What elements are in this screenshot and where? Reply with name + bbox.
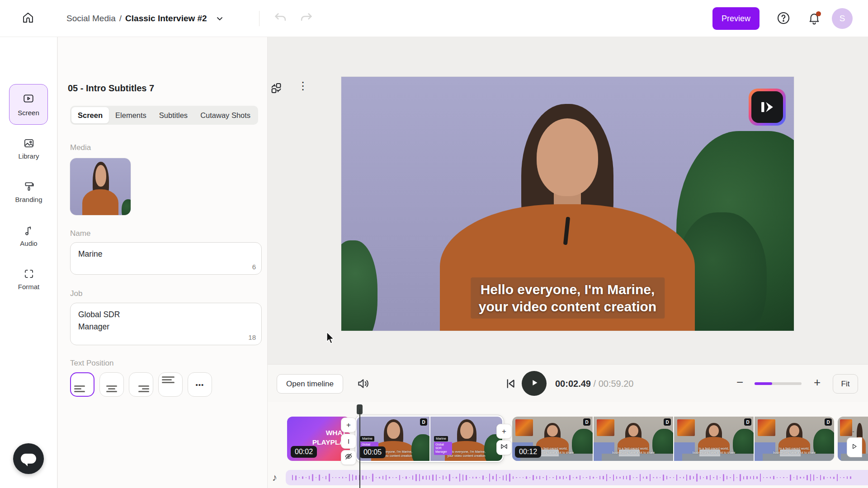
playhead-handle[interactable] — [357, 404, 363, 414]
subtitle-line1: Hello everyone, I'm Marine, — [479, 281, 656, 298]
add-clip-button[interactable]: + — [341, 418, 356, 432]
sidebar-item-label: Library — [19, 152, 39, 160]
tab-subtitles[interactable]: Subtitles — [153, 107, 194, 123]
text-position-label: Text Position — [70, 359, 113, 368]
screen-panel: 05 - Intro Subtitles 7 ⋮ Screen Elements… — [58, 37, 268, 488]
audio-icon — [23, 225, 35, 236]
job-input[interactable]: Global SDR Manager 18 — [70, 303, 262, 345]
zoom-slider[interactable] — [755, 382, 802, 385]
format-icon — [23, 268, 35, 280]
timeline-clip-desk[interactable]: D In a fast-paced world, businesses have… — [512, 417, 834, 461]
music-note-icon: ♪ — [272, 472, 277, 483]
subtitle-overlay[interactable]: Hello everyone, I'm Marine, your video c… — [471, 277, 665, 319]
sidebar-item-label: Format — [18, 283, 40, 291]
tab-elements[interactable]: Elements — [109, 107, 153, 123]
current-time: 00:02.49 — [555, 379, 591, 389]
sidebar-item-library[interactable]: Library — [0, 137, 57, 160]
swap-icon — [269, 89, 283, 96]
sidebar-item-audio[interactable]: Audio — [0, 225, 57, 247]
breadcrumb-separator: / — [119, 14, 122, 23]
triangle-right-icon — [851, 443, 858, 452]
subtitle-line2: your video content creation — [479, 298, 656, 315]
preview-button[interactable]: Preview — [712, 7, 760, 30]
notifications-button[interactable] — [806, 10, 823, 28]
replace-screen-button[interactable] — [269, 81, 283, 97]
zoom-out-button[interactable]: − — [736, 375, 743, 389]
clip3-frame: D In a fast-paced world, businesses have… — [754, 417, 834, 461]
text-position-top-left[interactable] — [158, 372, 183, 397]
fit-button[interactable]: Fit — [833, 374, 858, 394]
chevron-down-icon[interactable] — [215, 14, 224, 23]
media-label: Media — [70, 143, 91, 152]
play-button[interactable] — [522, 371, 547, 396]
job-char-count: 18 — [248, 333, 256, 341]
transition-button[interactable] — [496, 440, 512, 455]
topbar: Social Media / Classic Interview #2 Prev… — [0, 0, 868, 37]
branding-icon — [23, 181, 35, 192]
text-position-bottom-right[interactable] — [129, 372, 153, 397]
skip-back-icon — [504, 384, 517, 392]
tab-screen[interactable]: Screen — [71, 107, 109, 123]
notification-dot — [816, 11, 821, 16]
breadcrumb-folder: Social Media — [66, 14, 116, 23]
audio-waveform[interactable] — [286, 470, 868, 485]
text-position-options: ••• — [70, 372, 212, 397]
text-position-bottom-left[interactable] — [70, 372, 94, 397]
timeline-clip-selected[interactable]: D Marine Global SDR Manager Hello everyo… — [355, 415, 504, 462]
split-clip-button[interactable]: I — [341, 434, 356, 449]
screen-menu-button[interactable]: ⋮ — [297, 80, 308, 91]
panel-tabs: Screen Elements Subtitles Cutaway Shots — [70, 106, 258, 125]
timeline: WHAT'S PLAYPLAY? 00:02 + I D — [268, 402, 868, 488]
undo-redo-group — [273, 10, 314, 27]
help-button[interactable] — [775, 10, 792, 28]
more-options-icon: ••• — [188, 373, 212, 396]
playplay-logo-mini: D — [420, 418, 427, 426]
clip3-duration-badge: 00:12 — [515, 446, 541, 458]
redo-icon[interactable] — [298, 10, 314, 27]
speaker-icon — [356, 385, 371, 392]
name-input[interactable]: Marine 6 — [70, 242, 262, 275]
brand-logo — [749, 89, 786, 126]
add-clip-button[interactable]: + — [496, 424, 512, 439]
video-preview[interactable]: Hello everyone, I'm Marine, your video c… — [341, 77, 794, 331]
speaker-tag: Marine Global SDR Manager — [434, 433, 452, 455]
sidebar-item-format[interactable]: Format — [0, 268, 57, 291]
volume-button[interactable] — [356, 376, 371, 393]
play-icon — [529, 378, 539, 389]
media-thumbnail[interactable] — [70, 158, 131, 215]
name-value: Marine — [78, 248, 103, 260]
audio-track-row: ♪ — [268, 470, 868, 486]
home-button[interactable] — [20, 10, 36, 27]
breadcrumb[interactable]: Social Media / Classic Interview #2 — [66, 0, 224, 37]
total-time: 00:59.20 — [599, 379, 634, 389]
help-icon — [776, 11, 791, 27]
clip3-subtitle: In a fast-paced world, businesses have a… — [599, 446, 667, 455]
clip1-duration-badge: 00:02 — [291, 446, 317, 458]
name-label: Name — [70, 229, 90, 238]
plant-decoration — [341, 240, 377, 331]
sidebar-item-branding[interactable]: Branding — [0, 181, 57, 203]
topbar-divider — [259, 11, 259, 26]
clip3-subtitle: In a fast-paced world, businesses have a… — [679, 446, 748, 455]
text-position-more[interactable]: ••• — [188, 372, 212, 397]
zoom-slider-fill — [755, 382, 772, 385]
clip-gap-tools-left: + I — [341, 418, 356, 465]
text-position-bottom-center[interactable] — [99, 372, 124, 397]
open-timeline-button[interactable]: Open timeline — [277, 374, 343, 394]
zoom-in-button[interactable]: + — [814, 375, 821, 389]
clip3-frame: D In a fast-paced world, businesses have… — [673, 417, 754, 461]
job-value: Global SDR Manager — [78, 309, 120, 333]
edge-next-button[interactable] — [847, 437, 862, 457]
sidebar-item-label: Branding — [15, 196, 42, 203]
eye-slash-icon — [344, 452, 353, 463]
edge-collapsed-add[interactable]: - — [852, 428, 854, 435]
tab-cutaway-shots[interactable]: Cutaway Shots — [194, 107, 257, 123]
sidebar-item-label: Audio — [20, 239, 37, 247]
skip-to-start-button[interactable] — [504, 377, 517, 392]
chat-launcher-button[interactable] — [13, 443, 44, 474]
avatar[interactable]: S — [832, 8, 853, 29]
hide-clip-button[interactable] — [341, 450, 356, 465]
undo-icon[interactable] — [273, 10, 288, 27]
sidebar-item-screen[interactable]: Screen — [9, 84, 48, 125]
clip2-duration-badge: 00:05 — [359, 446, 386, 458]
